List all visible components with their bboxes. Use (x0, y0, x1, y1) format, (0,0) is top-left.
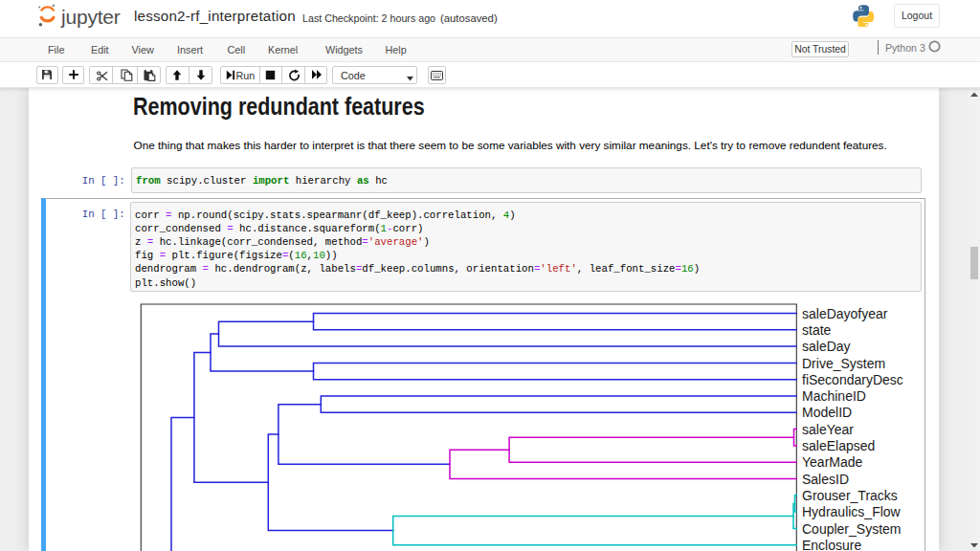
svg-text:state: state (802, 322, 832, 338)
svg-text:Grouser_Tracks: Grouser_Tracks (802, 488, 898, 503)
svg-text:SalesID: SalesID (802, 472, 849, 487)
svg-text:saleYear: saleYear (802, 422, 854, 437)
svg-text:MachineID: MachineID (802, 388, 866, 404)
svg-text:Coupler_System: Coupler_System (802, 521, 902, 537)
svg-text:ModelID: ModelID (802, 405, 852, 420)
svg-text:fiSecondaryDesc: fiSecondaryDesc (802, 372, 903, 387)
svg-text:Hydraulics_Flow: Hydraulics_Flow (802, 504, 902, 519)
svg-text:saleElapsed: saleElapsed (802, 438, 875, 453)
svg-text:saleDayofyear: saleDayofyear (802, 306, 888, 321)
svg-text:Enclosure: Enclosure (802, 538, 861, 551)
svg-text:YearMade: YearMade (802, 454, 863, 470)
svg-text:saleDay: saleDay (802, 339, 851, 354)
svg-text:Drive_System: Drive_System (802, 356, 885, 371)
